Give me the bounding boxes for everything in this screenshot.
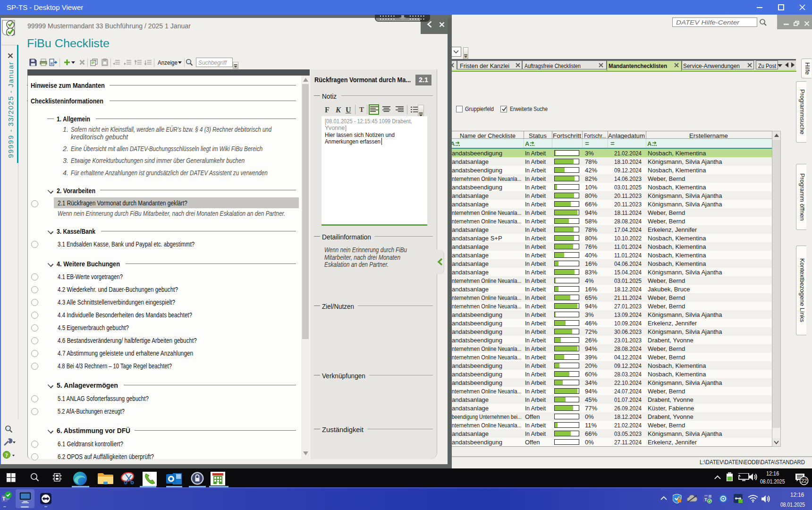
svg-text:?: ? [5, 452, 8, 459]
svg-text:T: T [2, 496, 6, 502]
svg-text:22: 22 [801, 478, 807, 484]
svg-text:T: T [704, 497, 707, 502]
svg-text:A: A [525, 140, 530, 147]
svg-text:A: A [647, 140, 652, 147]
